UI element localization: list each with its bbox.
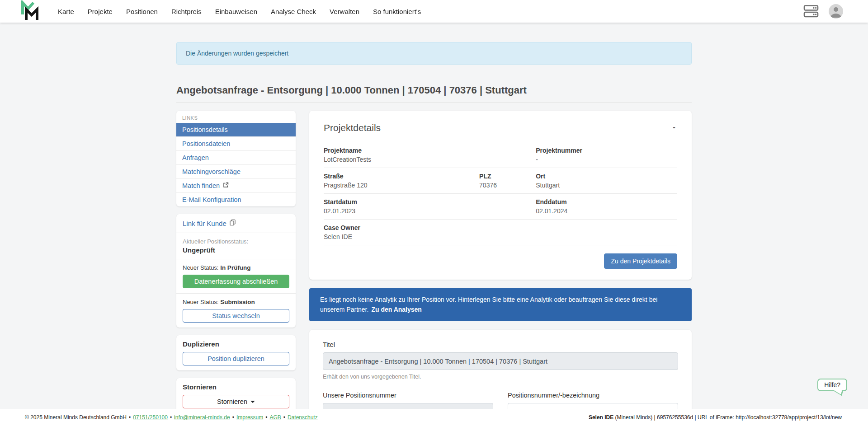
field-value: Stuttgart — [536, 182, 677, 189]
footer-impressum-link[interactable]: Impressum — [236, 414, 263, 421]
footer-separator: • — [232, 414, 234, 421]
footer-agb-link[interactable]: AGB — [269, 414, 281, 421]
position-number-label: Positionsnummer/-bezeichnung — [508, 392, 678, 399]
customer-link[interactable]: Link für Kunde — [183, 219, 236, 227]
field-label: Projektname — [324, 147, 536, 154]
new-status-prefix: Neuer Status: — [183, 264, 219, 271]
nav-item-einbauweisen[interactable]: Einbauweisen — [208, 0, 264, 23]
mineral-minds-logo-icon — [20, 0, 39, 22]
user-avatar-icon[interactable] — [829, 4, 843, 19]
field-value: LotCreationTests — [324, 156, 536, 163]
nav-item-so-funktionierts[interactable]: So funktioniert's — [366, 0, 428, 23]
current-status-value: Ungeprüft — [183, 246, 289, 254]
field-label: Straße — [324, 173, 479, 180]
sidebar-item-match-finden[interactable]: Match finden — [176, 178, 296, 192]
field-value: Pragstraße 120 — [324, 182, 479, 189]
analytics-info-banner: Es liegt noch keine Analytik zu Ihrer Po… — [309, 288, 692, 321]
links-card: LINKS Positionsdetails Positionsdateien … — [176, 111, 296, 206]
nav-item-richtpreis[interactable]: Richtpreis — [165, 0, 208, 23]
page-title: Angebotsanfrage - Entsorgung | 10.000 To… — [176, 84, 692, 103]
analytics-banner-text: Es liegt noch keine Analytik zu Ihrer Po… — [320, 296, 657, 313]
go-to-analyses-link[interactable]: Zu den Analysen — [371, 306, 422, 313]
cancel-button-label: Stornieren — [217, 398, 247, 405]
nav-item-positionen[interactable]: Positionen — [119, 0, 165, 23]
cancel-dropdown-button[interactable]: Stornieren — [183, 395, 289, 408]
nav-item-verwalten[interactable]: Verwalten — [323, 0, 366, 23]
cancel-card-title: Stornieren — [183, 383, 289, 391]
sidebar-item-matchingvorschlaege[interactable]: Matchingvorschläge — [176, 164, 296, 178]
footer-copyright: © 2025 Mineral Minds Deutschland GmbH — [25, 414, 127, 421]
caret-down-icon — [250, 401, 255, 403]
field-label: Projektnummer — [536, 147, 677, 154]
footer-separator: • — [283, 414, 285, 421]
new-status-line: Neuer Status: Submission — [183, 299, 289, 305]
footer-separator: • — [265, 414, 267, 421]
title-field-label: Titel — [323, 341, 678, 348]
field-value: Selen IDE — [324, 233, 677, 240]
brand-logo[interactable] — [20, 0, 39, 22]
footer-datenschutz-link[interactable]: Datenschutz — [288, 414, 318, 421]
help-button[interactable]: Hilfe? — [817, 379, 847, 391]
title-input — [323, 352, 678, 370]
field-label: Enddatum — [536, 198, 677, 206]
switch-status-button[interactable]: Status wechseln — [183, 309, 289, 323]
sidebar-item-positionsdetails[interactable]: Positionsdetails — [176, 123, 296, 136]
project-details-card: Projektdetails - Projektname LotCreation… — [309, 111, 692, 280]
top-navbar: Karte Projekte Positionen Richtpreis Ein… — [0, 0, 868, 23]
complete-data-entry-button[interactable]: Datenerfassung abschließen — [183, 275, 289, 288]
main-navigation: Karte Projekte Positionen Richtpreis Ein… — [51, 0, 428, 23]
sidebar-item-label: Anfragen — [182, 154, 209, 161]
new-status-value: In Prüfung — [220, 264, 251, 271]
nav-item-projekte[interactable]: Projekte — [81, 0, 119, 23]
sidebar-item-label: Matchingvorschläge — [182, 168, 241, 175]
new-status-value: Submission — [220, 299, 255, 305]
footer-email-link[interactable]: info@mineral-minds.de — [174, 414, 230, 421]
sidebar-item-positionsdateien[interactable]: Positionsdateien — [176, 136, 296, 150]
field-label: Startdatum — [324, 198, 536, 206]
field-value: 70376 — [479, 182, 536, 189]
project-details-row: Projektname LotCreationTests Projektnumm… — [324, 142, 677, 168]
sidebar: LINKS Positionsdetails Positionsdateien … — [176, 111, 296, 421]
footer: © 2025 Mineral Minds Deutschland GmbH • … — [0, 409, 868, 426]
field-value: - — [536, 156, 677, 163]
sidebar-item-label: Match finden — [182, 182, 220, 189]
sidebar-item-email-konfiguration[interactable]: E-Mail Konfiguration — [176, 192, 296, 206]
session-user: Selen IDE — [589, 414, 613, 421]
project-details-row: Startdatum 02.01.2023 Enddatum 02.01.202… — [324, 194, 677, 220]
our-position-number-label: Unsere Positionsnummer — [323, 392, 493, 399]
sidebar-item-label: Positionsdateien — [182, 140, 230, 147]
main-content: Projektdetails - Projektname LotCreation… — [309, 111, 692, 426]
save-success-alert: Die Änderungen wurden gespeichert — [176, 42, 692, 65]
duplicate-card: Duplizieren Position duplizieren — [176, 335, 296, 370]
nav-item-analyse-check[interactable]: Analyse Check — [264, 0, 323, 23]
field-label: Ort — [536, 173, 677, 180]
server-rack-icon[interactable] — [803, 5, 819, 18]
new-status-prefix: Neuer Status: — [183, 299, 219, 305]
status-card: Link für Kunde Aktueller Positionsstatus… — [176, 214, 296, 328]
duplicate-position-button[interactable]: Position duplizieren — [183, 352, 289, 365]
footer-separator: • — [170, 414, 172, 421]
sidebar-item-anfragen[interactable]: Anfragen — [176, 150, 296, 164]
project-details-title: Projektdetails — [324, 122, 381, 133]
footer-phone-link[interactable]: 07151/250100 — [133, 414, 168, 421]
current-status-label: Aktueller Positionsstatus: — [183, 238, 289, 245]
new-status-line: Neuer Status: In Prüfung — [183, 264, 289, 271]
collapse-card-button[interactable]: - — [671, 122, 677, 132]
links-header: LINKS — [176, 111, 296, 123]
field-value: 02.01.2024 — [536, 207, 677, 215]
sidebar-item-label: E-Mail Konfiguration — [182, 196, 241, 203]
title-field-helper: Erhält den von uns vorgegebenen Titel. — [323, 374, 678, 380]
sidebar-item-label: Positionsdetails — [182, 126, 228, 133]
session-info: Selen IDE (Mineral Minds) | 69576255536d… — [589, 414, 842, 421]
external-link-icon — [223, 182, 229, 189]
field-label: Case Owner — [324, 224, 677, 231]
project-details-row: Straße Pragstraße 120 PLZ 70376 Ort Stut… — [324, 168, 677, 194]
cancel-card: Stornieren Stornieren — [176, 378, 296, 413]
project-details-row: Case Owner Selen IDE — [324, 220, 677, 245]
nav-item-karte[interactable]: Karte — [51, 0, 81, 23]
copy-icon[interactable] — [229, 219, 236, 227]
field-label: PLZ — [479, 173, 536, 180]
go-to-project-details-button[interactable]: Zu den Projektdetails — [604, 253, 677, 269]
customer-link-label: Link für Kunde — [183, 220, 226, 227]
field-value: 02.01.2023 — [324, 207, 536, 215]
